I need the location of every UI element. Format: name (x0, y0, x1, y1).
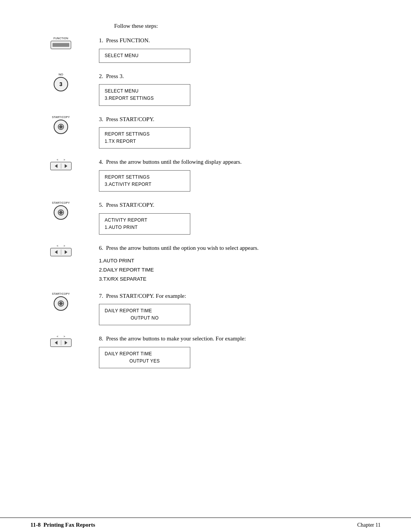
arr-right-1 (65, 164, 67, 168)
menu-item-1: 1.AUTO PRINT (99, 256, 381, 265)
sc-label-1: START/COPY (52, 116, 70, 118)
number3-button-icon: NO 3 (54, 73, 68, 91)
step-6-text: 6. Press the arrow buttons until the opt… (99, 244, 381, 252)
step-2-content: 2. Press 3. SELECT MENU 3.REPORT SETTING… (91, 72, 381, 111)
step-5-icon: START/COPY (30, 201, 91, 220)
step-3-text: 3. Press START/COPY. (99, 115, 381, 124)
sc-label-2: START/COPY (52, 201, 70, 204)
arr-divider-3 (61, 340, 61, 345)
step-4-lcd-line2: 3.ACTIVITY REPORT (105, 181, 185, 188)
step-4-icon: < > (30, 158, 91, 170)
arr-label-1: < > (57, 158, 65, 161)
sc-inner-3 (58, 300, 64, 307)
footer-right: Chapter 11 (357, 522, 381, 528)
page-content: Follow these steps: FUNCTION 1. Press FU… (0, 0, 411, 408)
step-1-icon: FUNCTION (30, 36, 91, 49)
step-4-text: 4. Press the arrow buttons until the fol… (99, 158, 381, 166)
arr-label-3: < > (57, 335, 65, 338)
sc-inner-2 (58, 209, 64, 216)
function-btn-rect (51, 41, 71, 49)
step-7-row: START/COPY 7. Press START/COPY. For exam… (30, 292, 381, 331)
arrow-button-icon-2: < > (50, 244, 72, 256)
startcopy-button-icon-2: START/COPY (52, 201, 70, 220)
step-4-lcd: REPORT SETTINGS 3.ACTIVITY REPORT (99, 170, 190, 192)
step-8-icon: < > (30, 334, 91, 347)
step-1-lcd-line1: SELECT MENU (105, 52, 185, 59)
arr-divider-1 (61, 163, 61, 169)
step-1-row: FUNCTION 1. Press FUNCTION. SELECT MENU (30, 36, 381, 68)
sc-diamond-1 (59, 125, 63, 129)
step-4-lcd-line1: REPORT SETTINGS (105, 174, 185, 181)
function-label: FUNCTION (54, 37, 68, 40)
circle3-label: NO (59, 73, 63, 76)
step-6-icon: < > (30, 244, 91, 256)
step-3-icon: START/COPY (30, 115, 91, 134)
sc-circle-2 (54, 205, 68, 220)
intro-text: Follow these steps: (114, 23, 381, 29)
step-5-text: 5. Press START/COPY. (99, 201, 381, 209)
step-2-icon: NO 3 (30, 72, 91, 91)
startcopy-button-icon-1: START/COPY (52, 116, 70, 134)
menu-item-2: 2.DAILY REPORT TIME (99, 265, 381, 275)
step-8-content: 8. Press the arrow buttons to make your … (91, 334, 381, 374)
step-6-row: < > 6. Press the arrow buttons until the… (30, 244, 381, 288)
step-5-content: 5. Press START/COPY. ACTIVITY REPORT 1.A… (91, 201, 381, 240)
step-4-row: < > 4. Press the arrow buttons until the… (30, 158, 381, 197)
step-5-row: START/COPY 5. Press START/COPY. ACTIVITY… (30, 201, 381, 240)
step-1-lcd: SELECT MENU (99, 49, 190, 63)
step-8-lcd: DAILY REPORT TIME OUTPUT YES (99, 347, 190, 368)
arr-right-3 (65, 341, 67, 345)
startcopy-button-icon-3: START/COPY (52, 292, 70, 311)
step-5-lcd-line2: 1.AUTO PRINT (105, 224, 185, 231)
step-7-text: 7. Press START/COPY. For example: (99, 292, 381, 300)
step-7-lcd-line2: OUTPUT NO (105, 315, 185, 322)
arrow-button-icon-1: < > (50, 158, 72, 170)
step-2-lcd-line2: 3.REPORT SETTINGS (105, 95, 185, 102)
step-7-content: 7. Press START/COPY. For example: DAILY … (91, 292, 381, 331)
function-btn-inner (53, 43, 69, 47)
step-3-content: 3. Press START/COPY. REPORT SETTINGS 1.T… (91, 115, 381, 154)
sc-label-3: START/COPY (52, 292, 70, 295)
step-7-icon: START/COPY (30, 292, 91, 311)
step-7-lcd: DAILY REPORT TIME OUTPUT NO (99, 304, 190, 325)
footer-left: 11-8 Printing Fax Reports (30, 522, 95, 528)
arr-left-3 (55, 341, 57, 345)
sc-circle-1 (54, 120, 68, 134)
arr-divider-2 (61, 249, 61, 255)
step-8-lcd-line1: DAILY REPORT TIME (105, 350, 185, 358)
step-8-text: 8. Press the arrow buttons to make your … (99, 334, 381, 343)
step-3-lcd: REPORT SETTINGS 1.TX REPORT (99, 127, 190, 149)
step-2-row: NO 3 2. Press 3. SELECT MENU 3.REPORT SE… (30, 72, 381, 111)
step-1-content: 1. Press FUNCTION. SELECT MENU (91, 36, 381, 68)
step-3-lcd-line1: REPORT SETTINGS (105, 131, 185, 138)
step-2-text: 2. Press 3. (99, 72, 381, 81)
sc-inner-1 (58, 124, 64, 130)
arr-btn-1 (50, 162, 72, 170)
menu-item-3: 3.TX/RX SEPARATE (99, 275, 381, 284)
sc-diamond-3 (59, 301, 63, 305)
step-5-lcd: ACTIVITY REPORT 1.AUTO PRINT (99, 213, 190, 235)
circle3-btn: 3 (54, 77, 68, 91)
step-2-lcd-line1: SELECT MENU (105, 88, 185, 95)
step-7-lcd-line1: DAILY REPORT TIME (105, 307, 185, 315)
step-2-lcd: SELECT MENU 3.REPORT SETTINGS (99, 84, 190, 105)
arr-left-2 (55, 250, 57, 254)
arrow-button-icon-3: < > (50, 335, 72, 347)
step-5-lcd-line1: ACTIVITY REPORT (105, 217, 185, 224)
step-1-text: 1. Press FUNCTION. (99, 36, 381, 45)
arr-btn-2 (50, 248, 72, 256)
step-8-lcd-line2: OUTPUT YES (105, 358, 185, 365)
step-3-lcd-line2: 1.TX REPORT (105, 138, 185, 145)
arr-left-1 (55, 164, 57, 168)
step-3-row: START/COPY 3. Press START/COPY. REPORT S… (30, 115, 381, 154)
sc-diamond-2 (59, 211, 63, 215)
arr-label-2: < > (57, 244, 65, 247)
footer-left-text: Printing Fax Reports (43, 522, 95, 528)
step-6-menu: 1.AUTO PRINT 2.DAILY REPORT TIME 3.TX/RX… (99, 256, 381, 284)
function-button-icon: FUNCTION (51, 37, 71, 49)
sc-circle-3 (54, 296, 68, 311)
footer-page-ref: 11-8 (30, 522, 41, 528)
step-6-content: 6. Press the arrow buttons until the opt… (91, 244, 381, 288)
step-8-row: < > 8. Press the arrow buttons to make y… (30, 334, 381, 374)
arr-btn-3 (50, 339, 72, 347)
